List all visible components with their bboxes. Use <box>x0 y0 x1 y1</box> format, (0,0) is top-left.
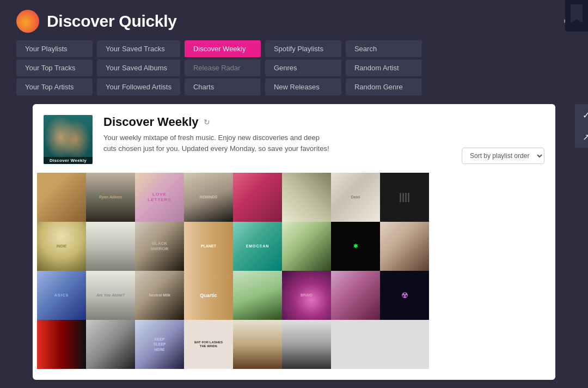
album-cell[interactable]: BLACKMIRROR <box>135 222 184 271</box>
nav-btn-new-releases[interactable]: New Releases <box>265 78 341 95</box>
album-cell[interactable]: Neutral Milk <box>135 271 184 320</box>
album-cell[interactable]: INDIE <box>37 222 86 271</box>
playlist-title-row: Discover Weekly ↻ <box>103 115 451 129</box>
playlist-description: Your weekly mixtape of fresh music. Enjo… <box>103 132 332 154</box>
album-cell[interactable]: Are You Alone? <box>86 271 135 320</box>
nav-col-1: Your Playlists Your Top Tracks Your Top … <box>16 40 93 95</box>
playlist-cover: Discover Weekly <box>44 115 93 164</box>
album-cell[interactable] <box>233 173 282 222</box>
album-cell-empty <box>331 320 380 369</box>
album-cell[interactable] <box>37 173 86 222</box>
album-cell[interactable] <box>380 222 429 271</box>
nav-col-2: Your Saved Tracks Your Saved Albums Your… <box>97 40 180 95</box>
sort-select[interactable]: Sort by playlist order Sort by artist So… <box>462 148 544 164</box>
album-cell[interactable]: Ryan Adams <box>86 173 135 222</box>
check-button[interactable]: ✓ <box>575 104 588 126</box>
playlist-title: Discover Weekly <box>103 115 198 129</box>
playlist-info: Discover Weekly ↻ Your weekly mixtape of… <box>103 115 451 154</box>
nav-btn-random-genre[interactable]: Random Genre <box>346 78 422 95</box>
album-cell[interactable]: REMINDS <box>184 173 233 222</box>
nav-btn-random-artist[interactable]: Random Artist <box>346 59 422 76</box>
album-cell[interactable] <box>282 173 331 222</box>
header-left: Discover Quickly <box>16 10 177 33</box>
album-cell[interactable]: EMOCEAN <box>233 222 282 271</box>
logo-icon <box>16 10 39 33</box>
nav-col-5: Search Random Artist Random Genre <box>346 40 422 95</box>
bookmark-tab <box>565 0 588 32</box>
album-cell[interactable]: BAT FOR LASHESTHE BRIDE <box>184 320 233 369</box>
nav-col-3: Discover Weekly Release Radar Charts <box>185 40 261 95</box>
nav-btn-search[interactable]: Search <box>346 40 422 57</box>
nav-btn-saved-albums[interactable]: Your Saved Albums <box>97 59 180 76</box>
album-cell[interactable]: Quartic <box>184 271 233 320</box>
album-cell[interactable] <box>86 320 135 369</box>
nav-btn-genres[interactable]: Genres <box>265 59 341 76</box>
album-cell[interactable] <box>331 271 380 320</box>
album-cell[interactable]: LOVELETTERS <box>135 173 184 222</box>
nav-btn-saved-tracks[interactable]: Your Saved Tracks <box>97 40 180 57</box>
album-row-2: INDIE BLACKMIRROR PLANET EMOCEAN ✱ <box>37 222 551 271</box>
album-cell[interactable]: KEEPSLEEPHERE <box>135 320 184 369</box>
album-cell[interactable]: ✱ <box>331 222 380 271</box>
playlist-header: Discover Weekly Discover Weekly ↻ Your w… <box>33 104 555 173</box>
album-cell[interactable]: ☢ <box>380 271 429 320</box>
album-cell[interactable] <box>233 320 282 369</box>
action-buttons: ✓ ↗ <box>575 104 588 148</box>
main-content: Discover Weekly Discover Weekly ↻ Your w… <box>33 104 555 380</box>
album-cell[interactable]: PLANET <box>184 222 233 271</box>
nav-col-4: Spotify Playlists Genres New Releases <box>265 40 341 95</box>
cover-label: Discover Weekly <box>44 157 93 164</box>
nav-container: Your Playlists Your Top Tracks Your Top … <box>0 40 588 104</box>
album-cell[interactable] <box>37 320 86 369</box>
bookmark-shape <box>571 4 583 23</box>
nav-btn-top-tracks[interactable]: Your Top Tracks <box>16 59 93 76</box>
nav-btn-release-radar[interactable]: Release Radar <box>185 59 261 76</box>
album-cell[interactable]: BRAID <box>282 271 331 320</box>
album-row-3: ASICS Are You Alone? Neutral Milk Quarti… <box>37 271 551 320</box>
album-cell[interactable]: ASICS <box>37 271 86 320</box>
refresh-icon[interactable]: ↻ <box>204 118 210 126</box>
nav-btn-playlists[interactable]: Your Playlists <box>16 40 93 57</box>
album-grid: Ryan Adams LOVELETTERS REMINDS Datel |||… <box>33 173 555 369</box>
album-cell[interactable] <box>233 271 282 320</box>
nav-btn-top-artists[interactable]: Your Top Artists <box>16 78 93 95</box>
album-cell[interactable]: Datel <box>331 173 380 222</box>
external-link-button[interactable]: ↗ <box>575 126 588 148</box>
nav-btn-followed-artists[interactable]: Your Followed Artists <box>97 78 180 95</box>
hint-arrow <box>583 338 588 373</box>
nav-btn-discover-weekly[interactable]: Discover Weekly <box>185 40 261 57</box>
nav-btn-charts[interactable]: Charts <box>185 78 261 95</box>
album-row-1: Ryan Adams LOVELETTERS REMINDS Datel |||… <box>37 173 551 222</box>
nav-btn-spotify-playlists[interactable]: Spotify Playlists <box>265 40 341 57</box>
album-cell-empty <box>380 320 429 369</box>
app-title: Discover Quickly <box>47 12 177 31</box>
album-cell[interactable] <box>282 222 331 271</box>
album-cell[interactable] <box>86 222 135 271</box>
album-cell[interactable]: |||| <box>380 173 429 222</box>
album-row-4: KEEPSLEEPHERE BAT FOR LASHESTHE BRIDE <box>37 320 551 369</box>
album-cell[interactable] <box>282 320 331 369</box>
header: Discover Quickly ⚙ <box>0 0 588 40</box>
